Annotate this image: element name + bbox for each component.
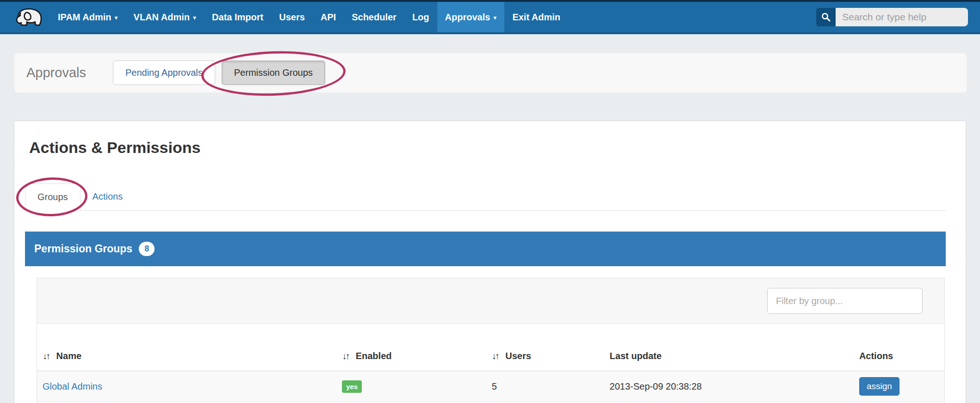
nav-item-scheduler[interactable]: Scheduler	[344, 2, 404, 32]
column-header-name[interactable]: ↓↑ Name	[37, 324, 336, 371]
table-header-row: ↓↑ Name ↓↑ Enabled ↓↑ Users Last update	[37, 324, 944, 371]
approvals-header-strip: Approvals Pending Approvals Permission G…	[14, 53, 967, 93]
sort-icon: ↓↑	[342, 351, 348, 361]
actions-permissions-panel: Actions & Permissions Groups Actions Per…	[14, 121, 966, 403]
sort-icon: ↓↑	[492, 351, 498, 361]
permission-groups-button[interactable]: Permission Groups	[222, 61, 325, 85]
nav-label: Data Import	[212, 12, 263, 23]
column-header-actions: Actions	[854, 324, 944, 371]
nav-label: IPAM Admin	[58, 12, 112, 23]
column-label: Name	[56, 351, 81, 361]
tab-groups[interactable]: Groups	[25, 183, 81, 211]
column-label: Actions	[859, 351, 893, 361]
search-icon	[821, 12, 831, 22]
nav-item-ipam-admin[interactable]: IPAM Admin ▾	[50, 2, 126, 32]
panel-title: Permission Groups	[34, 243, 132, 255]
permission-groups-table: ↓↑ Name ↓↑ Enabled ↓↑ Users Last update	[37, 324, 944, 403]
nav-label: VLAN Admin	[134, 12, 190, 23]
nav-item-approvals[interactable]: Approvals ▾	[437, 2, 505, 32]
nav-item-data-import[interactable]: Data Import	[204, 2, 271, 32]
filter-bar	[37, 278, 944, 324]
column-header-enabled[interactable]: ↓↑ Enabled	[336, 324, 486, 371]
tab-bar: Groups Actions	[25, 183, 946, 211]
nav-label: Scheduler	[352, 12, 397, 23]
top-navbar: IPAM Admin ▾ VLAN Admin ▾ Data Import Us…	[0, 0, 980, 34]
nav-item-users[interactable]: Users	[271, 2, 313, 32]
caret-down-icon: ▾	[115, 14, 118, 21]
column-label: Last update	[610, 351, 662, 361]
column-label: Enabled	[356, 351, 392, 361]
page-title: Actions & Permissions	[29, 139, 966, 157]
phpipam-elephant-logo	[0, 2, 50, 32]
elephant-icon	[15, 6, 43, 28]
table-row: Global Admins yes 5 2013-Sep-09 20:38:28…	[37, 371, 944, 402]
assign-button[interactable]: assign	[859, 377, 899, 396]
nav-item-exit-admin[interactable]: Exit Admin	[504, 2, 568, 32]
column-header-last-update: Last update	[604, 324, 854, 371]
sort-icon: ↓↑	[43, 351, 49, 361]
nav-label: Exit Admin	[512, 12, 560, 23]
navbar-menu: IPAM Admin ▾ VLAN Admin ▾ Data Import Us…	[50, 2, 568, 32]
tab-actions[interactable]: Actions	[81, 183, 135, 211]
caret-down-icon: ▾	[193, 14, 196, 21]
groups-table-widget: ↓↑ Name ↓↑ Enabled ↓↑ Users Last update	[37, 278, 945, 403]
users-count: 5	[492, 381, 497, 391]
group-count-badge: 8	[139, 242, 155, 256]
pending-approvals-button[interactable]: Pending Approvals	[113, 61, 215, 85]
nav-item-log[interactable]: Log	[404, 2, 437, 32]
navbar-search-area	[816, 2, 980, 32]
nav-item-api[interactable]: API	[313, 2, 344, 32]
group-name-link[interactable]: Global Admins	[43, 381, 102, 391]
permission-groups-header-bar: Permission Groups 8	[25, 232, 946, 266]
search-input[interactable]	[836, 8, 968, 26]
nav-label: Users	[279, 12, 305, 23]
caret-down-icon: ▾	[493, 14, 496, 21]
last-update-value: 2013-Sep-09 20:38:28	[610, 381, 702, 391]
column-header-users[interactable]: ↓↑ Users	[486, 324, 604, 371]
search-group	[816, 8, 968, 26]
column-label: Users	[505, 351, 531, 361]
search-button[interactable]	[816, 8, 836, 26]
filter-by-group-input[interactable]	[767, 288, 923, 314]
section-title: Approvals	[26, 65, 86, 80]
nav-label: Log	[412, 12, 429, 23]
nav-label: Approvals	[445, 12, 490, 23]
nav-label: API	[321, 12, 336, 23]
nav-item-vlan-admin[interactable]: VLAN Admin ▾	[126, 2, 205, 32]
enabled-badge: yes	[342, 380, 362, 393]
